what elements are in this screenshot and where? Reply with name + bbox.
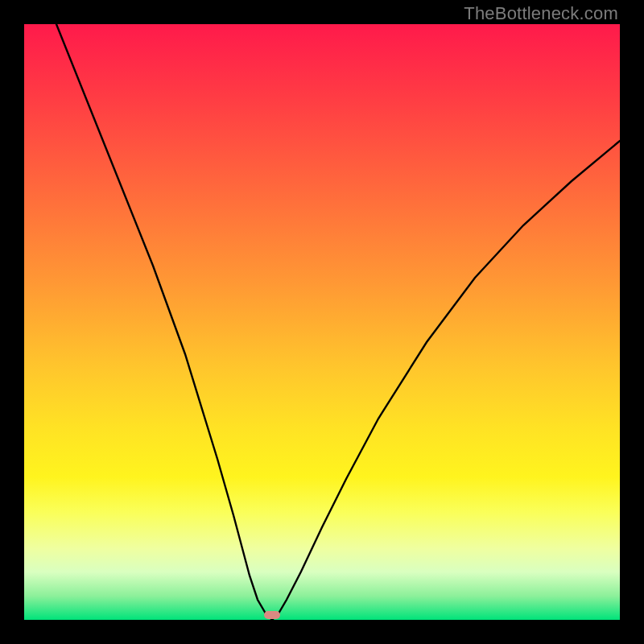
chart-frame: TheBottleneck.com — [0, 0, 644, 644]
bottleneck-curve — [24, 24, 620, 620]
minimum-marker — [264, 611, 280, 619]
plot-area — [24, 24, 620, 620]
curve-path — [56, 24, 620, 620]
watermark-text: TheBottleneck.com — [464, 3, 618, 24]
